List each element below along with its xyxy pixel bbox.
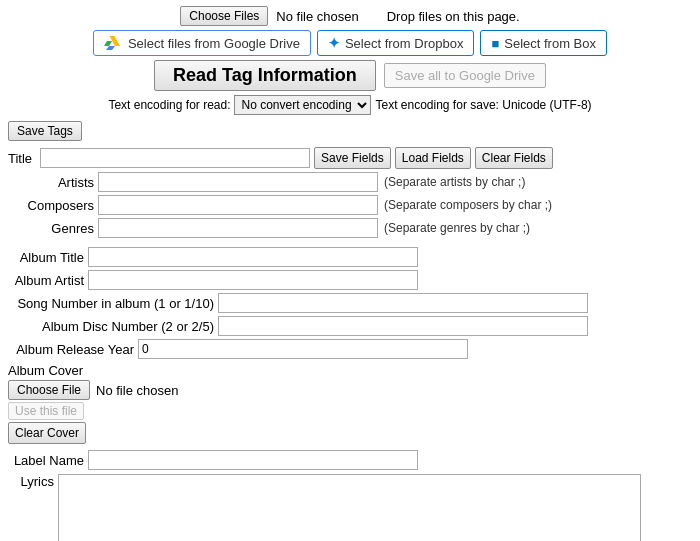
clear-cover-button[interactable]: Clear Cover bbox=[8, 422, 86, 444]
box-icon: ■ bbox=[491, 36, 499, 51]
album-disc-input[interactable] bbox=[218, 316, 588, 336]
lyrics-textarea[interactable] bbox=[58, 474, 641, 541]
encoding-read-label: Text encoding for read: bbox=[108, 98, 230, 112]
album-disc-label: Album Disc Number (2 or 2/5) bbox=[8, 319, 218, 334]
google-drive-label: Select files from Google Drive bbox=[128, 36, 300, 51]
dropbox-label: Select from Dropbox bbox=[345, 36, 464, 51]
load-fields-button[interactable]: Load Fields bbox=[395, 147, 471, 169]
genres-hint: (Separate genres by char ;) bbox=[384, 221, 530, 235]
album-artist-label: Album Artist bbox=[8, 273, 88, 288]
use-this-file-button: Use this file bbox=[8, 402, 84, 420]
google-drive-button[interactable]: Select files from Google Drive bbox=[93, 30, 311, 56]
svg-marker-1 bbox=[104, 41, 112, 46]
label-name-label: Label Name bbox=[8, 453, 88, 468]
save-all-google-button: Save all to Google Drive bbox=[384, 63, 546, 88]
album-cover-label: Album Cover bbox=[8, 363, 692, 378]
svg-marker-2 bbox=[106, 46, 115, 50]
encoding-save-label: Text encoding for save: Unicode (UTF-8) bbox=[375, 98, 591, 112]
composers-label: Composers bbox=[8, 198, 98, 213]
song-number-label: Song Number in album (1 or 1/10) bbox=[8, 296, 218, 311]
google-drive-icon bbox=[104, 36, 123, 50]
album-artist-input[interactable] bbox=[88, 270, 418, 290]
song-number-input[interactable] bbox=[218, 293, 588, 313]
album-title-label: Album Title bbox=[8, 250, 88, 265]
choose-files-button[interactable]: Choose Files bbox=[180, 6, 268, 26]
box-label: Select from Box bbox=[504, 36, 596, 51]
title-label: Title bbox=[8, 151, 36, 166]
album-title-input[interactable] bbox=[88, 247, 418, 267]
save-fields-button[interactable]: Save Fields bbox=[314, 147, 391, 169]
save-tags-button[interactable]: Save Tags bbox=[8, 121, 82, 141]
artists-hint: (Separate artists by char ;) bbox=[384, 175, 525, 189]
title-input[interactable] bbox=[40, 148, 310, 168]
box-button[interactable]: ■ Select from Box bbox=[480, 30, 607, 56]
label-name-input[interactable] bbox=[88, 450, 418, 470]
artists-input[interactable] bbox=[98, 172, 378, 192]
album-cover-no-file-text: No file chosen bbox=[96, 383, 178, 398]
genres-input[interactable] bbox=[98, 218, 378, 238]
no-file-chosen-text: No file chosen bbox=[276, 9, 358, 24]
clear-fields-button[interactable]: Clear Fields bbox=[475, 147, 553, 169]
composers-hint: (Separate composers by char ;) bbox=[384, 198, 552, 212]
composers-input[interactable] bbox=[98, 195, 378, 215]
album-year-label: Album Release Year bbox=[8, 342, 138, 357]
album-year-input[interactable] bbox=[138, 339, 468, 359]
read-tag-button[interactable]: Read Tag Information bbox=[154, 60, 376, 91]
artists-label: Artists bbox=[8, 175, 98, 190]
genres-label: Genres bbox=[8, 221, 98, 236]
dropbox-icon: ✦ bbox=[328, 35, 340, 51]
dropbox-button[interactable]: ✦ Select from Dropbox bbox=[317, 30, 475, 56]
encoding-select[interactable]: No convert encoding UTF-8 UTF-16 ISO-885… bbox=[234, 95, 371, 115]
lyrics-label: Lyrics bbox=[8, 474, 58, 489]
album-cover-choose-button[interactable]: Choose File bbox=[8, 380, 90, 400]
drop-hint-text: Drop files on this page. bbox=[387, 9, 520, 24]
